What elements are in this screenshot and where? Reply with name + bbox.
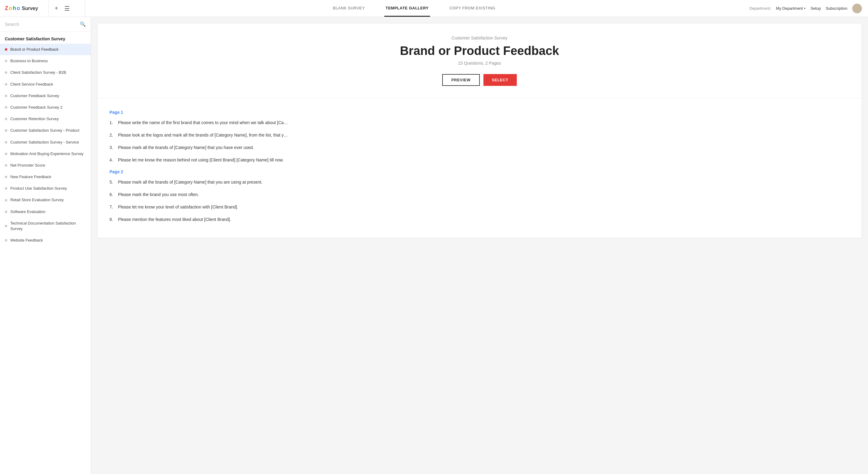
sidebar-label-css-product: Customer Satisfaction Survey - Product [10, 128, 80, 133]
sidebar-item-product-use[interactable]: Product Use Satisfaction Survey [0, 183, 91, 194]
preview-button[interactable]: PREVIEW [442, 74, 479, 86]
sidebar-dot-software-eval [5, 211, 7, 213]
sidebar-label-tech-doc: Technical Documentation Satisfaction Sur… [10, 220, 86, 232]
page-label-page-1: Page 1 [110, 110, 849, 115]
sidebar-item-customer-feedback[interactable]: Customer Feedback Survey [0, 90, 91, 102]
sidebar-dot-customer-feedback-2 [5, 106, 7, 109]
logo-area: Zoho Survey [0, 0, 49, 17]
department-label: Department: [749, 6, 771, 11]
sidebar-item-tech-doc[interactable]: Technical Documentation Satisfaction Sur… [0, 217, 91, 235]
sidebar-dot-b2b [5, 60, 7, 62]
sidebar-label-product-use: Product Use Satisfaction Survey [10, 186, 67, 191]
nav-right: Department: My Department ▾ Setup Subscr… [743, 4, 868, 13]
question-number: 7. [110, 204, 116, 210]
sidebar-label-software-eval: Software Evaluation [10, 209, 45, 214]
sidebar-item-css-product[interactable]: Customer Satisfaction Survey - Product [0, 125, 91, 136]
sidebar-dot-nps [5, 164, 7, 167]
question-number: 2. [110, 132, 116, 138]
chevron-down-icon: ▾ [804, 7, 806, 10]
sidebar-item-client-service[interactable]: Client Service Feedback [0, 79, 91, 90]
preview-title: Brand or Product Feedback [116, 44, 843, 58]
sidebar-label-customer-retention: Customer Retention Survey [10, 116, 59, 122]
sidebar-label-customer-feedback: Customer Feedback Survey [10, 93, 59, 99]
main-content: Customer Satisfaction Survey Brand or Pr… [91, 17, 868, 474]
sidebar-item-client-b2b[interactable]: Client Satisfaction Survey - B2B [0, 67, 91, 78]
sidebar-item-software-eval[interactable]: Software Evaluation [0, 206, 91, 217]
question-number: 6. [110, 191, 116, 198]
question-item: 7.Please let me know your level of satis… [110, 204, 849, 210]
tab-template-gallery[interactable]: TEMPLATE GALLERY [384, 0, 430, 17]
page-label-page-2: Page 2 [110, 169, 849, 174]
zoho-logo: Zoho [5, 5, 20, 11]
sidebar-dot-retail [5, 199, 7, 202]
sidebar-item-css-service[interactable]: Customer Satisfaction Survey - Service [0, 137, 91, 148]
sidebar-item-customer-feedback-2[interactable]: Customer Feedback Survey 2 [0, 102, 91, 113]
question-number: 5. [110, 179, 116, 185]
sidebar-dot-brand-feedback [5, 48, 7, 51]
preview-header: Customer Satisfaction Survey Brand or Pr… [97, 23, 862, 98]
question-item: 5.Please mark all the brands of [Categor… [110, 179, 849, 185]
question-text: Please mark all the brands of [Category … [118, 179, 262, 185]
main-layout: 🔍 Customer Satisfaction Survey Brand or … [0, 17, 868, 474]
sidebar-dot-new-feature [5, 176, 7, 178]
nav-actions: + ☰ [49, 0, 85, 17]
logo-z: Z [5, 5, 8, 11]
setup-link[interactable]: Setup [810, 6, 821, 11]
question-text: Please let me know the reason behind not… [118, 157, 284, 163]
app-title: Survey [22, 6, 38, 11]
search-input[interactable] [5, 22, 78, 27]
tab-blank-survey[interactable]: BLANK SURVEY [332, 0, 366, 17]
question-item: 4.Please let me know the reason behind n… [110, 157, 849, 163]
menu-button[interactable]: ☰ [63, 4, 71, 13]
nav-tabs: BLANK SURVEY TEMPLATE GALLERY COPY FROM … [85, 0, 743, 17]
sidebar-dot-tech-doc [5, 225, 7, 227]
preview-category: Customer Satisfaction Survey [116, 35, 843, 40]
question-number: 1. [110, 120, 116, 126]
sidebar-item-nps[interactable]: Net Promoter Score [0, 159, 91, 171]
question-item: 2.Please look at the logos and mark all … [110, 132, 849, 138]
add-button[interactable]: + [53, 4, 59, 13]
question-text: Please look at the logos and mark all th… [118, 132, 288, 138]
sidebar-section-title: Customer Satisfaction Survey [0, 32, 91, 44]
sidebar-item-brand-feedback[interactable]: Brand or Product Feedback [0, 44, 91, 55]
sidebar-label-brand-feedback: Brand or Product Feedback [10, 47, 59, 52]
sidebar-item-motivation[interactable]: Motivation And Buying Experience Survey [0, 148, 91, 159]
question-number: 8. [110, 216, 116, 223]
sidebar-label-new-feature: New Feature Feedback [10, 174, 51, 180]
tab-copy-existing[interactable]: COPY FROM EXISTING [448, 0, 497, 17]
select-button[interactable]: SELECT [484, 74, 517, 86]
question-item: 8.Please mention the features most liked… [110, 216, 849, 223]
sidebar-item-retail[interactable]: Retail Store Evaluation Survey [0, 194, 91, 206]
department-selector[interactable]: My Department ▾ [776, 6, 806, 11]
question-text: Please mark all the brands of [Category … [118, 144, 254, 151]
preview-meta: 15 Questions, 2 Pages [116, 61, 843, 65]
sidebar-item-customer-retention[interactable]: Customer Retention Survey [0, 113, 91, 125]
sidebar-label-website: Website Feedback [10, 238, 43, 243]
question-item: 1.Please write the name of the first bra… [110, 120, 849, 126]
sidebar-label-nps: Net Promoter Score [10, 162, 45, 168]
sidebar-dot-client-b2b [5, 71, 7, 74]
sidebar-item-website[interactable]: Website Feedback [0, 235, 91, 246]
search-bar: 🔍 [0, 17, 91, 32]
search-icon[interactable]: 🔍 [80, 21, 86, 27]
sidebar-dot-motivation [5, 153, 7, 155]
questions-section: Page 11.Please write the name of the fir… [97, 98, 862, 238]
avatar[interactable] [852, 4, 862, 13]
sidebar-label-client-b2b: Client Satisfaction Survey - B2B [10, 70, 66, 75]
sidebar-dot-css-service [5, 141, 7, 144]
question-number: 4. [110, 157, 116, 163]
sidebar-dot-css-product [5, 129, 7, 132]
sidebar-label-motivation: Motivation And Buying Experience Survey [10, 151, 84, 156]
preview-card: Customer Satisfaction Survey Brand or Pr… [97, 23, 862, 238]
subscription-link[interactable]: Subscription [826, 6, 847, 11]
top-navigation: Zoho Survey + ☰ BLANK SURVEY TEMPLATE GA… [0, 0, 868, 17]
logo-o2: o [17, 5, 20, 11]
question-item: 6.Please mark the brand you use most oft… [110, 191, 849, 198]
sidebar-label-b2b: Business to Business [10, 58, 48, 64]
sidebar-dot-product-use [5, 187, 7, 190]
question-item: 3.Please mark all the brands of [Categor… [110, 144, 849, 151]
sidebar-item-new-feature[interactable]: New Feature Feedback [0, 171, 91, 183]
question-text: Please write the name of the first brand… [118, 120, 288, 126]
sidebar-dot-customer-retention [5, 118, 7, 120]
sidebar-item-b2b[interactable]: Business to Business [0, 55, 91, 67]
